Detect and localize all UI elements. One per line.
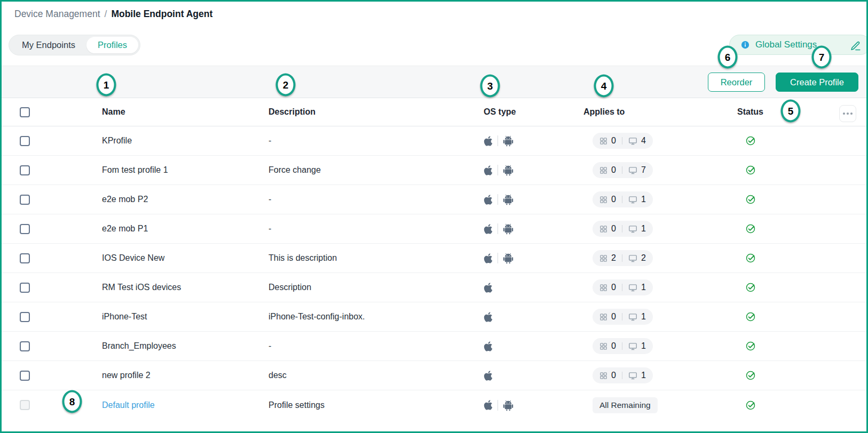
- badge-divider: [622, 254, 622, 262]
- row-checkbox[interactable]: [20, 195, 30, 205]
- profile-description: iPhone-Test-config-inbox.: [269, 312, 365, 322]
- row-checkbox[interactable]: [20, 312, 30, 322]
- row-checkbox[interactable]: [20, 253, 30, 263]
- row-checkbox[interactable]: [20, 371, 30, 381]
- global-settings-pill[interactable]: Global Settings: [729, 35, 868, 55]
- badge-divider: [622, 342, 622, 350]
- tab-group: My Endpoints Profiles: [9, 35, 140, 55]
- callout-8: 8: [62, 390, 82, 413]
- apple-icon: [484, 370, 493, 381]
- breadcrumb: Device Management / Mobile Endpoint Agen…: [14, 9, 212, 20]
- android-icon: [503, 399, 514, 411]
- os-type-icons: [484, 282, 493, 293]
- row-checkbox[interactable]: [20, 224, 30, 234]
- os-type-icons: [484, 223, 514, 235]
- row-checkbox[interactable]: [20, 341, 30, 351]
- applies-groups-count: 0: [611, 136, 616, 146]
- applies-to-badge: 2 2: [593, 250, 653, 266]
- row-checkbox[interactable]: [20, 283, 30, 293]
- apple-icon: [484, 282, 493, 293]
- row-checkbox[interactable]: [20, 165, 30, 175]
- status-active-check-icon: [745, 135, 756, 146]
- select-all-checkbox[interactable]: [20, 107, 30, 117]
- apple-icon: [484, 135, 493, 147]
- groups-grid-icon: [599, 313, 607, 321]
- profile-description: Profile settings: [269, 400, 325, 410]
- callout-3: 3: [480, 75, 500, 98]
- android-icon: [503, 252, 514, 264]
- table-row: KProfile - 0 4: [2, 126, 866, 156]
- edit-pencil-icon[interactable]: [848, 39, 862, 53]
- profile-name: Fom test profile 1: [102, 165, 168, 175]
- profile-name: e2e mob P1: [102, 224, 148, 234]
- profile-name: e2e mob P2: [102, 195, 148, 204]
- profile-name: new profile 2: [102, 371, 151, 380]
- apple-icon: [484, 223, 493, 235]
- applies-groups-count: 0: [611, 165, 616, 175]
- tab-my-endpoints[interactable]: My Endpoints: [11, 37, 86, 53]
- device-monitor-icon: [628, 312, 637, 322]
- apple-icon: [484, 194, 493, 205]
- status-active-check-icon: [745, 370, 756, 381]
- row-checkbox: [20, 400, 30, 410]
- breadcrumb-separator: /: [105, 9, 107, 20]
- groups-grid-icon: [599, 166, 607, 174]
- create-profile-button[interactable]: Create Profile: [776, 73, 858, 92]
- applies-to-badge: 0 1: [593, 191, 653, 207]
- applies-devices-count: 1: [641, 341, 646, 351]
- column-header-os-type: OS type: [484, 107, 583, 117]
- profile-description: This is description: [269, 253, 337, 263]
- android-icon: [503, 164, 514, 176]
- applies-to-badge: 0 1: [593, 309, 653, 325]
- device-monitor-icon: [628, 166, 637, 175]
- breadcrumb-section[interactable]: Device Management: [14, 9, 100, 20]
- os-type-icons: [484, 311, 493, 323]
- applies-to-badge: 0 1: [593, 367, 653, 383]
- status-active-check-icon: [745, 311, 756, 322]
- device-monitor-icon: [628, 195, 637, 204]
- os-type-icons: [484, 341, 493, 352]
- applies-devices-count: 1: [641, 283, 646, 292]
- android-icon: [503, 223, 514, 235]
- more-options-icon[interactable]: [839, 105, 856, 122]
- profile-description: -: [269, 341, 271, 351]
- table-row: iPhone-Test iPhone-Test-config-inbox. 0 …: [2, 302, 866, 332]
- os-type-icons: [484, 135, 514, 147]
- table-row: IOS Device New This is description 2 2: [2, 244, 866, 273]
- device-monitor-icon: [628, 342, 637, 351]
- profile-description: desc: [269, 371, 287, 380]
- status-active-check-icon: [745, 165, 756, 175]
- table-row: new profile 2 desc 0 1: [2, 361, 866, 390]
- status-active-check-icon: [745, 341, 756, 351]
- apple-icon: [484, 399, 493, 411]
- applies-to-badge: 0 4: [593, 133, 653, 149]
- os-divider: [498, 135, 498, 146]
- groups-grid-icon: [599, 225, 607, 233]
- applies-devices-count: 4: [641, 136, 646, 146]
- status-active-check-icon: [745, 194, 756, 205]
- tab-profiles[interactable]: Profiles: [86, 37, 138, 53]
- row-checkbox[interactable]: [20, 136, 30, 146]
- profile-name-link[interactable]: Default profile: [102, 400, 155, 410]
- badge-divider: [622, 313, 622, 320]
- badge-divider: [622, 137, 622, 145]
- badge-divider: [622, 372, 622, 379]
- device-management-page: Device Management / Mobile Endpoint Agen…: [0, 0, 868, 433]
- applies-groups-count: 0: [611, 195, 616, 204]
- status-active-check-icon: [745, 223, 756, 234]
- status-active-check-icon: [745, 282, 756, 293]
- applies-to-badge: 0 1: [593, 279, 653, 295]
- table-row: e2e mob P2 - 0 1: [2, 185, 866, 214]
- applies-devices-count: 7: [641, 165, 646, 175]
- os-divider: [498, 194, 498, 205]
- page-title: Mobile Endpoint Agent: [111, 9, 212, 20]
- applies-devices-count: 1: [641, 312, 646, 322]
- groups-grid-icon: [599, 254, 607, 262]
- info-icon[interactable]: [740, 40, 750, 50]
- device-monitor-icon: [628, 283, 637, 292]
- android-icon: [503, 194, 514, 205]
- reorder-button[interactable]: Reorder: [708, 73, 765, 92]
- table-row: Fom test profile 1 Force change 0 7: [2, 156, 866, 185]
- badge-divider: [622, 166, 622, 174]
- profile-description: -: [269, 136, 271, 146]
